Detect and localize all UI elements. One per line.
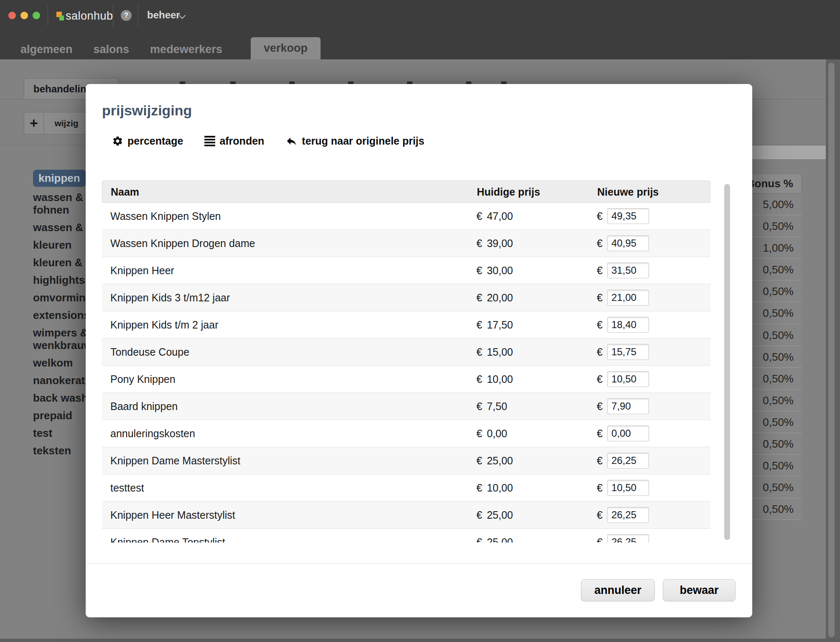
service-name: annuleringskosten (110, 428, 195, 440)
euro-sign: € (476, 428, 482, 439)
price-table-row: Wassen Knippen Stylen €47,00 € (102, 203, 710, 229)
euro-sign: € (597, 210, 603, 222)
traffic-light-close-icon[interactable] (8, 12, 16, 19)
page-scrollbar-thumb[interactable] (828, 63, 835, 637)
service-name: testtest (110, 482, 144, 494)
prijswijziging-modal: prijswijziging percentage afronden terug… (86, 84, 752, 617)
euro-sign: € (597, 237, 603, 250)
new-price-input[interactable] (607, 480, 649, 496)
current-price-cell: €39,00 (476, 237, 513, 250)
new-price-input[interactable] (607, 344, 649, 360)
sidebar-item-knippen-selected[interactable]: knippen (33, 170, 86, 187)
current-price-cell: €47,00 (476, 210, 513, 222)
list-icon (204, 136, 215, 146)
header-naam: Naam (111, 186, 139, 198)
new-price-input[interactable] (607, 235, 649, 251)
new-price-cell: € (597, 208, 649, 224)
current-price-value: 7,50 (487, 400, 507, 412)
current-price-cell: €25,00 (476, 455, 513, 467)
nav-tab[interactable]: algemeen (20, 43, 73, 56)
euro-sign: € (476, 237, 482, 249)
new-price-cell: € (597, 344, 649, 360)
service-name: Wassen Knippen Stylen (110, 210, 221, 222)
logo-text: salonhub (66, 10, 113, 23)
current-price-cell: €25,00 (476, 536, 513, 543)
euro-sign: € (476, 346, 482, 358)
nav-tab[interactable]: salons (94, 43, 130, 56)
window-bottom-edge (0, 639, 840, 642)
euro-sign: € (597, 509, 603, 521)
current-price-value: 17,50 (487, 319, 513, 331)
new-price-cell: € (597, 453, 649, 469)
new-price-input[interactable] (607, 398, 649, 414)
cancel-button[interactable]: annuleer (581, 579, 655, 601)
current-price-value: 30,00 (487, 265, 513, 276)
current-price-value: 10,00 (487, 373, 513, 385)
euro-sign: € (597, 536, 603, 543)
price-table-row: testtest €10,00 € (102, 474, 710, 501)
save-button[interactable]: bewaar (663, 579, 736, 601)
new-price-input[interactable] (607, 290, 649, 306)
price-table-header: Naam Huidige prijs Nieuwe prijs (102, 181, 710, 203)
page-scrollbar-track[interactable] (826, 59, 840, 642)
revert-action-label: terug naar originele prijs (302, 135, 424, 147)
current-price-cell: €0,00 (476, 428, 507, 440)
current-price-value: 20,00 (487, 292, 513, 303)
edit-button[interactable]: wijzig (43, 112, 89, 135)
new-price-cell: € (597, 317, 649, 333)
main-nav-tabs: algemeen salons medewerkers (20, 43, 222, 56)
euro-sign: € (476, 265, 482, 276)
nav-tab[interactable]: medewerkers (150, 43, 222, 56)
titlebar-divider (48, 5, 48, 26)
current-price-value: 47,00 (487, 210, 513, 222)
current-price-cell: €7,50 (476, 400, 507, 413)
traffic-light-minimize-icon[interactable] (20, 12, 28, 19)
traffic-light-zoom-icon[interactable] (33, 12, 40, 19)
current-price-value: 39,00 (487, 237, 513, 249)
price-table-row: Knippen Heer €30,00 € (102, 257, 710, 284)
new-price-input[interactable] (607, 371, 649, 387)
new-price-input[interactable] (607, 453, 649, 469)
euro-sign: € (476, 373, 482, 385)
new-price-input[interactable] (607, 425, 649, 441)
service-name: Knippen Kids 3 t/m12 jaar (110, 292, 230, 304)
current-price-value: 25,00 (487, 536, 513, 543)
price-table-row: Wassen Knippen Drogen dame €39,00 € (102, 229, 710, 257)
current-price-cell: €10,00 (476, 482, 513, 494)
service-name: Knippen Heer Masterstylist (110, 509, 235, 521)
new-price-input[interactable] (607, 262, 649, 278)
new-price-cell: € (597, 398, 649, 414)
new-price-cell: € (597, 425, 649, 441)
header-huidige-prijs: Huidige prijs (477, 186, 540, 198)
percentage-action-button[interactable]: percentage (112, 135, 183, 147)
undo-arrow-icon (285, 135, 298, 147)
new-price-input[interactable] (607, 208, 649, 224)
new-price-cell: € (597, 480, 649, 496)
service-name: Knippen Heer (110, 265, 174, 277)
euro-sign: € (597, 373, 603, 385)
service-name: Baard knippen (110, 400, 178, 413)
modal-table-scrollbar-thumb[interactable] (724, 184, 730, 540)
service-name: Wassen Knippen Drogen dame (110, 237, 255, 250)
titlebar-divider (138, 5, 138, 26)
app-window: salonhub ? beheer algemeen salons medewe… (0, 0, 840, 642)
revert-action-button[interactable]: terug naar originele prijs (285, 135, 424, 147)
afronden-action-button[interactable]: afronden (204, 135, 264, 147)
service-name: Knippen Kids t/m 2 jaar (110, 319, 218, 331)
header-nieuwe-prijs: Nieuwe prijs (597, 186, 659, 198)
new-price-input[interactable] (607, 507, 649, 523)
new-price-input[interactable] (607, 534, 649, 543)
euro-sign: € (476, 536, 482, 543)
price-table-row: Knippen Kids t/m 2 jaar €17,50 € (102, 311, 710, 338)
help-icon[interactable]: ? (121, 10, 132, 21)
service-name: Knippen Dame Topstylist (110, 536, 225, 543)
nav-tab-verkoop-active[interactable]: verkoop (251, 37, 321, 59)
current-price-cell: €17,50 (476, 319, 513, 331)
current-price-value: 10,00 (487, 482, 513, 494)
add-treatment-button[interactable]: + (24, 112, 44, 135)
new-price-cell: € (597, 262, 649, 278)
current-price-cell: €30,00 (476, 265, 513, 277)
beheer-menu[interactable]: beheer (147, 9, 180, 21)
price-table-row: Pony Knippen €10,00 € (102, 365, 710, 392)
new-price-input[interactable] (607, 317, 649, 333)
